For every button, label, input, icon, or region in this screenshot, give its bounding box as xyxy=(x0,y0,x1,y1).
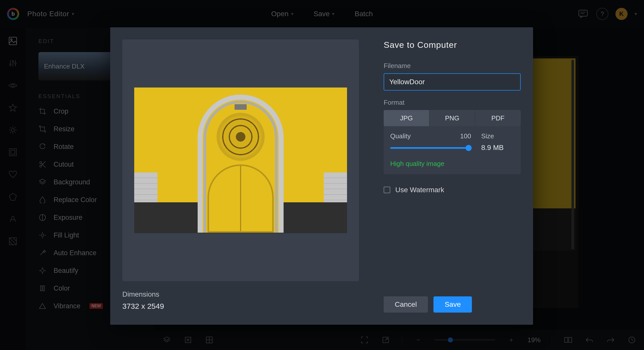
seg-label: PDF xyxy=(491,114,504,122)
dimensions-label: Dimensions xyxy=(122,290,359,298)
filename-label: Filename xyxy=(384,62,521,70)
cancel-label: Cancel xyxy=(395,300,417,309)
modal-form-pane: Save to Computer Filename Format JPG PNG… xyxy=(371,27,533,325)
size-value: 8.9 MB xyxy=(481,144,514,152)
modal-title: Save to Computer xyxy=(384,40,521,50)
save-button[interactable]: Save xyxy=(433,296,472,313)
format-label: Format xyxy=(384,99,521,106)
preview-container xyxy=(122,39,359,281)
filename-input[interactable] xyxy=(384,73,521,91)
format-pdf[interactable]: PDF xyxy=(475,110,521,126)
watermark-row[interactable]: Use Watermark xyxy=(384,186,521,194)
format-jpg[interactable]: JPG xyxy=(384,110,429,126)
seg-label: JPG xyxy=(400,114,413,122)
quality-label: Quality xyxy=(390,132,411,140)
format-segmented: JPG PNG PDF xyxy=(384,110,521,126)
format-png[interactable]: PNG xyxy=(429,110,475,126)
modal-preview-pane: Dimensions 3732 x 2549 xyxy=(110,27,371,325)
quality-message: High quality image xyxy=(390,160,514,168)
dimensions-value: 3732 x 2549 xyxy=(122,302,359,311)
cancel-button[interactable]: Cancel xyxy=(384,296,428,313)
quality-value: 100 xyxy=(460,132,471,140)
watermark-checkbox[interactable] xyxy=(384,187,390,193)
size-label: Size xyxy=(481,132,514,140)
seg-label: PNG xyxy=(445,114,459,122)
modal-footer: Cancel Save xyxy=(384,296,521,313)
quality-slider[interactable] xyxy=(390,147,471,149)
quality-box: Quality 100 Size 8.9 MB High quality ima… xyxy=(384,126,521,174)
save-modal: Dimensions 3732 x 2549 Save to Computer … xyxy=(110,27,533,325)
preview-image xyxy=(134,88,347,233)
save-btn-label: Save xyxy=(445,300,461,309)
watermark-label: Use Watermark xyxy=(395,186,444,194)
